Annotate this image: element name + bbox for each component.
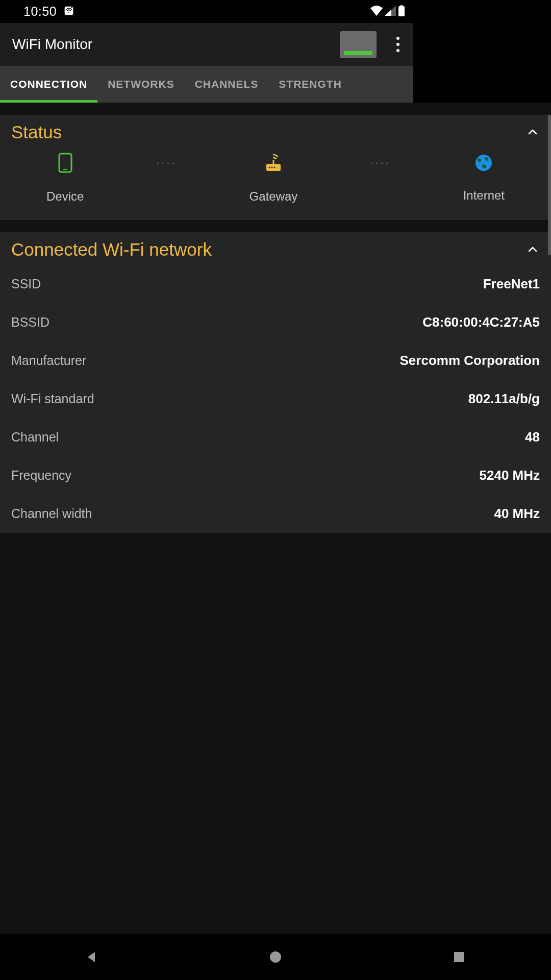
status-title: Status <box>11 122 62 142</box>
row-channel[interactable]: Channel48 <box>0 418 413 456</box>
connector-dots: ···· <box>156 156 177 169</box>
status-gateway: Gateway <box>249 153 298 204</box>
row-ssid[interactable]: SSIDFreeNet1 <box>0 265 413 303</box>
app-title: WiFi Monitor <box>12 36 340 53</box>
statusbar-time: 10:50 <box>23 4 57 19</box>
status-device: Device <box>46 153 84 204</box>
row-channel-width[interactable]: Channel width40 MHz <box>0 495 413 533</box>
svg-point-8 <box>268 167 270 168</box>
status-card-header[interactable]: Status <box>0 115 413 148</box>
svg-point-10 <box>273 167 275 168</box>
network-title: Connected Wi-Fi network <box>11 239 212 260</box>
svg-point-9 <box>271 167 272 168</box>
cellular-icon <box>385 6 396 18</box>
phone-icon <box>58 153 72 175</box>
row-wifi-standard[interactable]: Wi-Fi standard802.11a/b/g <box>0 380 413 418</box>
content-scroll[interactable]: Status Device ···· Gateway ···· Internet <box>0 103 413 735</box>
network-card-header[interactable]: Connected Wi-Fi network <box>0 232 413 265</box>
row-manufacturer[interactable]: ManufacturerSercomm Corporation <box>0 341 413 380</box>
row-bssid[interactable]: BSSIDC8:60:00:4C:27:A5 <box>0 303 413 341</box>
svg-rect-7 <box>266 164 281 171</box>
network-card: Connected Wi-Fi network SSIDFreeNet1 BSS… <box>0 232 413 533</box>
tab-bar: CONNECTION NETWORKS CHANNELS STRENGTH <box>0 66 413 103</box>
wifi-app-icon <box>64 6 74 18</box>
android-statusbar: 10:50 <box>0 0 413 23</box>
row-frequency[interactable]: Frequency5240 MHz <box>0 456 413 495</box>
chart-button[interactable] <box>340 31 377 58</box>
svg-rect-2 <box>400 5 403 6</box>
connector-dots: ···· <box>370 156 390 169</box>
router-icon <box>263 153 284 175</box>
svg-rect-3 <box>398 6 405 16</box>
more-menu-button[interactable] <box>389 35 407 54</box>
wifi-icon <box>370 6 383 18</box>
status-card: Status Device ···· Gateway ···· Internet <box>0 115 413 220</box>
app-header: WiFi Monitor <box>0 23 413 66</box>
tab-channels[interactable]: CHANNELS <box>185 66 269 103</box>
tab-networks[interactable]: NETWORKS <box>97 66 185 103</box>
tab-strength[interactable]: STRENGTH <box>268 66 352 103</box>
battery-icon <box>398 5 405 18</box>
tab-connection[interactable]: CONNECTION <box>0 66 97 103</box>
